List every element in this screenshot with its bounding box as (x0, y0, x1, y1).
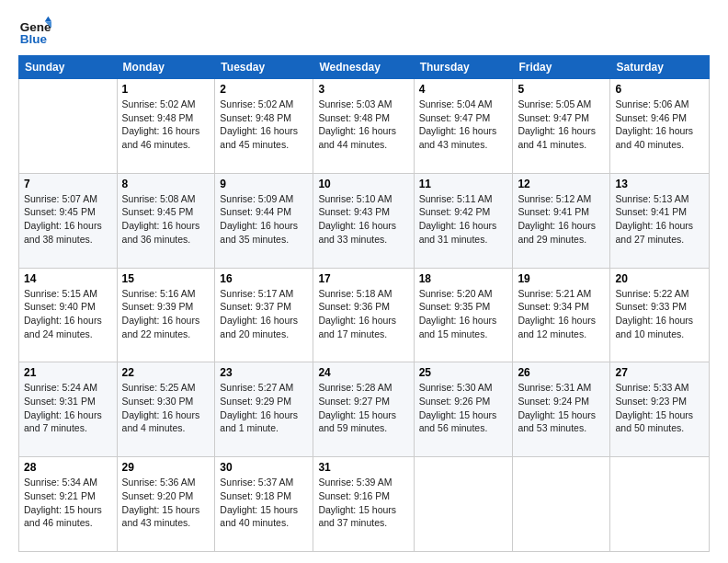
day-info: Sunrise: 5:13 AM Sunset: 9:41 PM Dayligh… (615, 192, 704, 247)
day-number: 25 (419, 366, 508, 379)
weekday-header: Thursday (414, 56, 513, 79)
day-info: Sunrise: 5:12 AM Sunset: 9:41 PM Dayligh… (518, 192, 605, 247)
day-number: 18 (419, 272, 508, 285)
day-number: 13 (615, 178, 704, 190)
weekday-header: Wednesday (313, 56, 414, 79)
calendar-day-cell: 31 Sunrise: 5:39 AM Sunset: 9:16 PM Dayl… (313, 457, 414, 552)
calendar-day-cell: 24 Sunrise: 5:28 AM Sunset: 9:27 PM Dayl… (313, 362, 414, 457)
day-info: Sunrise: 5:05 AM Sunset: 9:47 PM Dayligh… (518, 98, 605, 152)
day-info: Sunrise: 5:22 AM Sunset: 9:33 PM Dayligh… (615, 287, 704, 341)
day-number: 27 (615, 366, 704, 379)
calendar-day-cell: 6 Sunrise: 5:06 AM Sunset: 9:46 PM Dayli… (610, 79, 710, 174)
day-number: 29 (122, 461, 210, 474)
day-info: Sunrise: 5:04 AM Sunset: 9:47 PM Dayligh… (419, 98, 508, 152)
weekday-header: Tuesday (215, 56, 313, 79)
day-info: Sunrise: 5:06 AM Sunset: 9:46 PM Dayligh… (615, 98, 704, 152)
calendar-day-cell: 22 Sunrise: 5:25 AM Sunset: 9:30 PM Dayl… (117, 362, 215, 457)
day-number: 22 (122, 366, 210, 379)
calendar-week-row: 14 Sunrise: 5:15 AM Sunset: 9:40 PM Dayl… (19, 268, 710, 362)
page-header: General Blue (18, 15, 710, 48)
calendar-day-cell: 23 Sunrise: 5:27 AM Sunset: 9:29 PM Dayl… (215, 362, 313, 457)
day-number: 31 (318, 461, 408, 474)
calendar-day-cell: 17 Sunrise: 5:18 AM Sunset: 9:36 PM Dayl… (313, 268, 414, 362)
day-info: Sunrise: 5:37 AM Sunset: 9:18 PM Dayligh… (220, 476, 308, 530)
calendar-day-cell: 11 Sunrise: 5:11 AM Sunset: 9:42 PM Dayl… (414, 173, 513, 268)
logo: General Blue (18, 15, 53, 48)
calendar-week-row: 21 Sunrise: 5:24 AM Sunset: 9:31 PM Dayl… (19, 362, 710, 457)
day-number: 26 (518, 366, 605, 379)
calendar-day-cell: 3 Sunrise: 5:03 AM Sunset: 9:48 PM Dayli… (313, 79, 414, 174)
calendar-day-cell: 30 Sunrise: 5:37 AM Sunset: 9:18 PM Dayl… (215, 457, 313, 552)
day-info: Sunrise: 5:09 AM Sunset: 9:44 PM Dayligh… (220, 192, 308, 247)
calendar-day-cell (513, 457, 610, 552)
day-info: Sunrise: 5:30 AM Sunset: 9:26 PM Dayligh… (419, 381, 508, 435)
calendar-day-cell: 18 Sunrise: 5:20 AM Sunset: 9:35 PM Dayl… (414, 268, 513, 362)
weekday-header: Sunday (19, 56, 118, 79)
day-number: 9 (220, 178, 308, 190)
calendar-day-cell (610, 457, 710, 552)
day-number: 10 (318, 178, 408, 190)
day-number: 23 (220, 366, 308, 379)
calendar-week-row: 1 Sunrise: 5:02 AM Sunset: 9:48 PM Dayli… (19, 79, 710, 174)
day-number: 28 (24, 461, 112, 474)
calendar-day-cell: 28 Sunrise: 5:34 AM Sunset: 9:21 PM Dayl… (19, 457, 118, 552)
calendar-day-cell: 7 Sunrise: 5:07 AM Sunset: 9:45 PM Dayli… (19, 173, 118, 268)
day-info: Sunrise: 5:11 AM Sunset: 9:42 PM Dayligh… (419, 192, 508, 247)
day-info: Sunrise: 5:24 AM Sunset: 9:31 PM Dayligh… (24, 381, 112, 435)
day-number: 6 (615, 83, 704, 96)
calendar-day-cell: 27 Sunrise: 5:33 AM Sunset: 9:23 PM Dayl… (610, 362, 710, 457)
weekday-header: Monday (117, 56, 215, 79)
day-info: Sunrise: 5:34 AM Sunset: 9:21 PM Dayligh… (24, 476, 112, 530)
day-info: Sunrise: 5:21 AM Sunset: 9:34 PM Dayligh… (518, 287, 605, 341)
day-info: Sunrise: 5:20 AM Sunset: 9:35 PM Dayligh… (419, 287, 508, 341)
day-number: 14 (24, 272, 112, 285)
calendar-day-cell: 9 Sunrise: 5:09 AM Sunset: 9:44 PM Dayli… (215, 173, 313, 268)
day-number: 20 (615, 272, 704, 285)
calendar-day-cell: 5 Sunrise: 5:05 AM Sunset: 9:47 PM Dayli… (513, 79, 610, 174)
day-info: Sunrise: 5:15 AM Sunset: 9:40 PM Dayligh… (24, 287, 112, 341)
day-info: Sunrise: 5:28 AM Sunset: 9:27 PM Dayligh… (318, 381, 408, 435)
day-number: 19 (518, 272, 605, 285)
day-number: 1 (122, 83, 210, 96)
day-number: 21 (24, 366, 112, 379)
day-info: Sunrise: 5:31 AM Sunset: 9:24 PM Dayligh… (518, 381, 605, 435)
day-info: Sunrise: 5:02 AM Sunset: 9:48 PM Dayligh… (122, 98, 210, 152)
day-number: 15 (122, 272, 210, 285)
calendar-day-cell: 14 Sunrise: 5:15 AM Sunset: 9:40 PM Dayl… (19, 268, 118, 362)
weekday-header: Friday (513, 56, 610, 79)
calendar-day-cell: 21 Sunrise: 5:24 AM Sunset: 9:31 PM Dayl… (19, 362, 118, 457)
svg-text:Blue: Blue (20, 32, 48, 46)
day-info: Sunrise: 5:16 AM Sunset: 9:39 PM Dayligh… (122, 287, 210, 341)
calendar-day-cell: 19 Sunrise: 5:21 AM Sunset: 9:34 PM Dayl… (513, 268, 610, 362)
day-info: Sunrise: 5:25 AM Sunset: 9:30 PM Dayligh… (122, 381, 210, 435)
day-info: Sunrise: 5:18 AM Sunset: 9:36 PM Dayligh… (318, 287, 408, 341)
day-number: 16 (220, 272, 308, 285)
day-number: 2 (220, 83, 308, 96)
day-number: 8 (122, 178, 210, 190)
day-number: 4 (419, 83, 508, 96)
calendar-day-cell: 12 Sunrise: 5:12 AM Sunset: 9:41 PM Dayl… (513, 173, 610, 268)
calendar-day-cell: 20 Sunrise: 5:22 AM Sunset: 9:33 PM Dayl… (610, 268, 710, 362)
day-number: 30 (220, 461, 308, 474)
calendar-day-cell: 25 Sunrise: 5:30 AM Sunset: 9:26 PM Dayl… (414, 362, 513, 457)
day-number: 3 (318, 83, 408, 96)
calendar-day-cell (19, 79, 118, 174)
day-info: Sunrise: 5:02 AM Sunset: 9:48 PM Dayligh… (220, 98, 308, 152)
day-number: 24 (318, 366, 408, 379)
calendar-week-row: 7 Sunrise: 5:07 AM Sunset: 9:45 PM Dayli… (19, 173, 710, 268)
calendar-day-cell (414, 457, 513, 552)
day-info: Sunrise: 5:10 AM Sunset: 9:43 PM Dayligh… (318, 192, 408, 247)
day-info: Sunrise: 5:08 AM Sunset: 9:45 PM Dayligh… (122, 192, 210, 247)
calendar-day-cell: 2 Sunrise: 5:02 AM Sunset: 9:48 PM Dayli… (215, 79, 313, 174)
calendar-day-cell: 16 Sunrise: 5:17 AM Sunset: 9:37 PM Dayl… (215, 268, 313, 362)
day-info: Sunrise: 5:27 AM Sunset: 9:29 PM Dayligh… (220, 381, 308, 435)
calendar-day-cell: 13 Sunrise: 5:13 AM Sunset: 9:41 PM Dayl… (610, 173, 710, 268)
day-number: 11 (419, 178, 508, 190)
calendar-day-cell: 4 Sunrise: 5:04 AM Sunset: 9:47 PM Dayli… (414, 79, 513, 174)
day-number: 7 (24, 178, 112, 190)
calendar-day-cell: 15 Sunrise: 5:16 AM Sunset: 9:39 PM Dayl… (117, 268, 215, 362)
day-info: Sunrise: 5:17 AM Sunset: 9:37 PM Dayligh… (220, 287, 308, 341)
day-info: Sunrise: 5:33 AM Sunset: 9:23 PM Dayligh… (615, 381, 704, 435)
calendar-day-cell: 1 Sunrise: 5:02 AM Sunset: 9:48 PM Dayli… (117, 79, 215, 174)
calendar-day-cell: 10 Sunrise: 5:10 AM Sunset: 9:43 PM Dayl… (313, 173, 414, 268)
